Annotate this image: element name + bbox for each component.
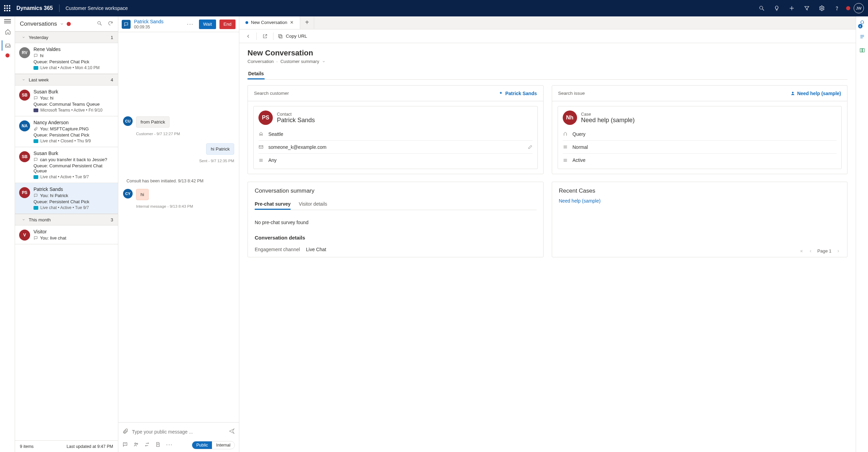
conversation-item[interactable]: V Visitor You: live chat xyxy=(15,225,118,244)
visibility-toggle[interactable]: Public Internal xyxy=(192,441,235,449)
group-header[interactable]: Yesterday 1 xyxy=(15,31,118,43)
field-status[interactable]: Active xyxy=(563,154,837,167)
close-icon[interactable]: ✕ xyxy=(290,20,294,25)
chevron-down-icon[interactable] xyxy=(322,60,325,63)
pager: Page 1 xyxy=(552,245,847,257)
empty-state: No pre-chat survey found xyxy=(248,210,543,235)
field-email[interactable]: someone_k@example.com xyxy=(258,141,533,154)
chat-icon xyxy=(34,236,38,240)
conversation-status: Live chat • Active • Mon 4:10 PM xyxy=(40,65,99,70)
more-actions-icon[interactable]: ··· xyxy=(166,442,173,449)
svg-point-6 xyxy=(98,21,101,24)
presence-indicator[interactable] xyxy=(846,6,850,10)
message-meta: Sent - 9/7 12:35 PM xyxy=(123,159,234,163)
breadcrumb-item[interactable]: Customer summary xyxy=(280,59,319,64)
customer-lookup[interactable]: Patrick Sands xyxy=(498,91,537,96)
conversation-preview: hi xyxy=(40,53,43,58)
wait-button[interactable]: Wait xyxy=(199,20,216,29)
group-header[interactable]: Last week 4 xyxy=(15,74,118,86)
plus-icon[interactable] xyxy=(786,2,798,14)
hamburger-icon[interactable] xyxy=(4,19,11,23)
toggle-public[interactable]: Public xyxy=(192,441,212,449)
conversation-queue: Queue: Persistent Chat Pick xyxy=(34,59,113,64)
list-title[interactable]: Conversations xyxy=(20,21,57,27)
conversation-queue: Queue: Communal Teams Queue xyxy=(34,102,113,107)
tab-visitor-details[interactable]: Visitor details xyxy=(299,199,327,210)
edit-icon[interactable] xyxy=(528,144,533,150)
prev-page-icon[interactable] xyxy=(809,249,813,253)
customer-card: Search customer Patrick Sands PS Contact… xyxy=(248,85,544,174)
refresh-icon[interactable] xyxy=(108,21,113,27)
tab-prechat[interactable]: Pre-chat survey xyxy=(255,199,291,210)
chat-title[interactable]: Patrick Sands xyxy=(134,19,182,25)
brand-label: Dynamics 365 xyxy=(16,5,53,11)
chat-icon xyxy=(34,96,38,100)
knowledge-icon[interactable] xyxy=(859,47,865,55)
user-avatar[interactable]: JW xyxy=(854,3,864,13)
composer: ··· Public Internal xyxy=(118,422,239,452)
conversation-item[interactable]: SB Susan Burk can you transfer it back t… xyxy=(15,147,118,183)
group-header[interactable]: This month 3 xyxy=(15,214,118,225)
livechat-icon xyxy=(34,66,38,70)
svg-rect-12 xyxy=(259,146,263,148)
contact-name[interactable]: Patrick Sands xyxy=(277,117,315,124)
recent-case-link[interactable]: Need help (sample) xyxy=(559,198,601,204)
list-unread-indicator xyxy=(67,22,71,26)
search-icon[interactable] xyxy=(756,2,767,14)
attachment-icon[interactable] xyxy=(122,428,129,436)
copy-url-button[interactable]: Copy URL xyxy=(276,34,309,39)
toggle-internal[interactable]: Internal xyxy=(212,441,235,449)
livechat-icon xyxy=(34,175,38,179)
tab-new-conversation[interactable]: New Conversation ✕ xyxy=(239,16,300,29)
conversation-item[interactable]: NA Nancy Anderson You: MSFTCapture.PNG Q… xyxy=(15,116,118,147)
conversation-preview: You: hi xyxy=(40,95,53,101)
card-title: Recent Cases xyxy=(559,188,841,194)
conversation-item[interactable]: PS Patrick Sands You: hi Patrick Queue: … xyxy=(15,183,118,214)
conversation-status: Microsoft Teams • Active • Fri 9/10 xyxy=(40,108,103,113)
field-type[interactable]: Query xyxy=(563,128,837,141)
entity-label: Case xyxy=(581,112,635,117)
filter-icon[interactable] xyxy=(801,2,813,14)
popout-icon[interactable] xyxy=(259,31,271,42)
conversation-preview: You: hi Patrick xyxy=(40,193,68,198)
tab-label: New Conversation xyxy=(251,20,287,25)
list-search-icon[interactable] xyxy=(97,21,102,27)
svg-line-1 xyxy=(762,9,764,11)
agent-script-icon[interactable] xyxy=(859,34,865,41)
field-preferred[interactable]: Any xyxy=(258,154,533,167)
app-launcher-icon[interactable] xyxy=(4,5,10,11)
help-icon[interactable] xyxy=(831,2,843,14)
consult-icon[interactable] xyxy=(133,442,139,449)
tab-details[interactable]: Details xyxy=(248,69,265,79)
field-city[interactable]: Seattle xyxy=(258,128,533,141)
recent-cases-card: Recent Cases Need help (sample) Page 1 xyxy=(552,182,848,257)
home-icon[interactable] xyxy=(2,27,13,37)
gear-icon[interactable] xyxy=(816,2,828,14)
message-input[interactable] xyxy=(132,429,225,435)
quick-reply-icon[interactable] xyxy=(122,442,128,449)
lightbulb-icon[interactable] xyxy=(771,2,783,14)
entity-label: Contact xyxy=(277,112,315,117)
conversation-item[interactable]: SB Susan Burk You: hi Queue: Communal Te… xyxy=(15,86,118,116)
conversation-item[interactable]: RV Rene Valdes hi Queue: Persistent Chat… xyxy=(15,43,118,74)
case-lookup[interactable]: Need help (sample) xyxy=(790,91,841,96)
transfer-icon[interactable] xyxy=(144,442,150,449)
first-page-icon[interactable] xyxy=(800,249,804,253)
end-button[interactable]: End xyxy=(219,20,236,29)
more-icon[interactable]: ··· xyxy=(185,21,196,27)
breadcrumb-item: Conversation xyxy=(248,59,274,64)
inbox-icon[interactable] xyxy=(2,40,13,51)
next-page-icon[interactable] xyxy=(836,249,840,253)
add-tab-button[interactable]: + xyxy=(300,16,314,29)
conversations-pane: Conversations Yesterday 1 RV Rene Valdes… xyxy=(15,16,118,452)
send-icon[interactable] xyxy=(229,428,235,436)
case-avatar: Nh xyxy=(563,111,577,125)
back-icon[interactable] xyxy=(242,31,254,42)
teams-icon xyxy=(34,108,38,112)
chevron-down-icon[interactable] xyxy=(60,22,64,26)
case-name[interactable]: Need help (sample) xyxy=(581,117,635,124)
field-priority[interactable]: Normal xyxy=(563,141,837,154)
conversation-name: Susan Burk xyxy=(34,151,113,156)
smart-assist-icon[interactable]: 4 xyxy=(859,20,865,27)
notes-icon[interactable] xyxy=(155,442,161,449)
